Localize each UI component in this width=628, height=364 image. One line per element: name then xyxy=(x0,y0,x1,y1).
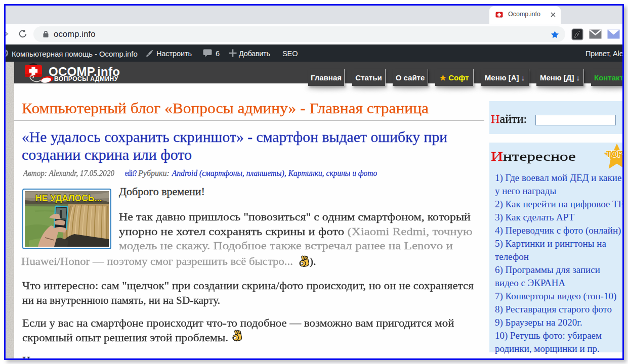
svg-text:TOP: TOP xyxy=(606,149,622,159)
svg-text:НЕ УДАЛОСЬ...: НЕ УДАЛОСЬ... xyxy=(35,193,102,203)
